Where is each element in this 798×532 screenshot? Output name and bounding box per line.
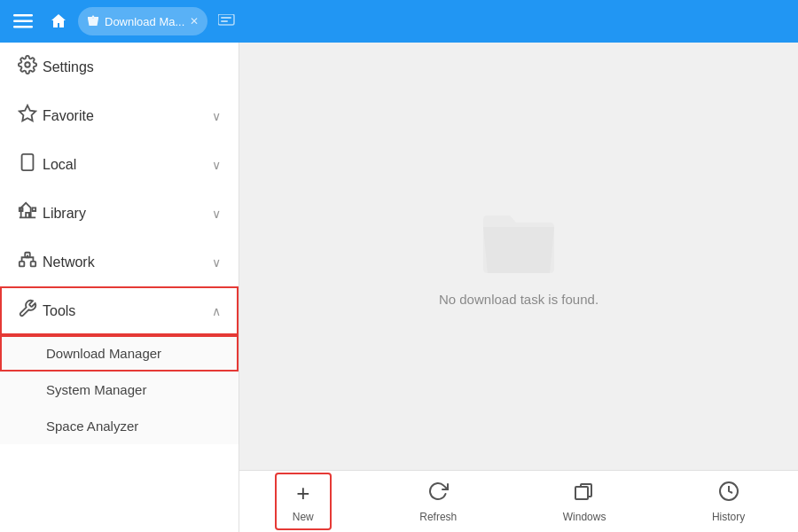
network-label: Network — [43, 254, 212, 270]
menu-button[interactable] — [7, 5, 39, 37]
favorite-label: Favorite — [43, 108, 212, 124]
sidebar-item-network[interactable]: Network ∨ — [0, 238, 239, 286]
tab-close-icon[interactable]: ✕ — [190, 15, 199, 27]
sidebar-subitem-space-analyzer[interactable]: Space Analyzer — [0, 408, 239, 444]
content-area: No download task is found. + New Refresh — [239, 43, 798, 532]
tools-icon — [18, 299, 43, 323]
main-layout: Settings Favorite ∨ Local ∨ — [0, 43, 798, 532]
history-label: History — [712, 511, 745, 523]
svg-rect-5 — [221, 17, 231, 19]
home-button[interactable] — [44, 7, 73, 35]
svg-rect-0 — [13, 14, 33, 17]
windows-button[interactable]: Windows — [545, 473, 624, 530]
tools-chevron: ∧ — [212, 304, 221, 318]
sidebar: Settings Favorite ∨ Local ∨ — [0, 43, 239, 532]
library-icon — [18, 201, 43, 225]
windows-label: Windows — [563, 511, 606, 523]
new-button[interactable]: + New — [275, 473, 332, 530]
add-tab-button[interactable] — [213, 7, 241, 35]
system-manager-label: System Manager — [46, 382, 146, 397]
network-icon — [18, 250, 43, 274]
sidebar-subitem-system-manager[interactable]: System Manager — [0, 372, 239, 408]
local-icon — [18, 153, 43, 176]
history-icon — [718, 481, 739, 507]
favorite-chevron: ∨ — [212, 109, 221, 123]
local-label: Local — [43, 157, 212, 173]
favorite-icon — [18, 104, 43, 128]
network-chevron: ∨ — [212, 255, 221, 270]
refresh-label: Refresh — [419, 511, 457, 523]
svg-rect-4 — [218, 14, 234, 25]
new-label: New — [293, 511, 314, 523]
tab-label: Download Ma... — [105, 15, 184, 28]
local-chevron: ∨ — [212, 158, 221, 172]
sidebar-item-tools[interactable]: Tools ∧ — [0, 286, 239, 335]
svg-rect-11 — [20, 262, 25, 267]
empty-folder-icon — [479, 207, 559, 278]
settings-icon — [18, 55, 43, 79]
svg-rect-1 — [13, 20, 33, 23]
svg-rect-6 — [221, 20, 228, 22]
svg-point-7 — [25, 62, 30, 67]
history-button[interactable]: History — [694, 473, 763, 530]
sidebar-item-library[interactable]: Library ∨ — [0, 189, 239, 238]
content-main: No download task is found. — [239, 43, 798, 470]
sidebar-subitem-download-manager[interactable]: Download Manager — [0, 335, 239, 372]
svg-rect-14 — [575, 487, 588, 499]
active-tab[interactable]: Download Ma... ✕ — [78, 7, 207, 35]
tools-label: Tools — [43, 303, 212, 319]
refresh-button[interactable]: Refresh — [402, 473, 474, 530]
svg-marker-8 — [20, 106, 35, 121]
download-manager-label: Download Manager — [46, 346, 161, 361]
refresh-icon — [427, 481, 449, 507]
empty-text: No download task is found. — [439, 292, 598, 307]
sidebar-item-local[interactable]: Local ∨ — [0, 140, 239, 189]
sidebar-item-settings[interactable]: Settings — [0, 43, 239, 91]
space-analyzer-label: Space Analyzer — [46, 419, 138, 434]
svg-rect-2 — [13, 26, 33, 28]
sidebar-item-favorite[interactable]: Favorite ∨ — [0, 91, 239, 140]
bottom-toolbar: + New Refresh — [239, 470, 798, 532]
new-icon: + — [296, 480, 309, 507]
library-label: Library — [43, 206, 212, 222]
library-chevron: ∨ — [212, 207, 221, 221]
settings-label: Settings — [43, 59, 221, 75]
top-bar: Download Ma... ✕ — [0, 0, 798, 43]
windows-icon — [574, 481, 595, 507]
svg-rect-13 — [31, 262, 35, 267]
